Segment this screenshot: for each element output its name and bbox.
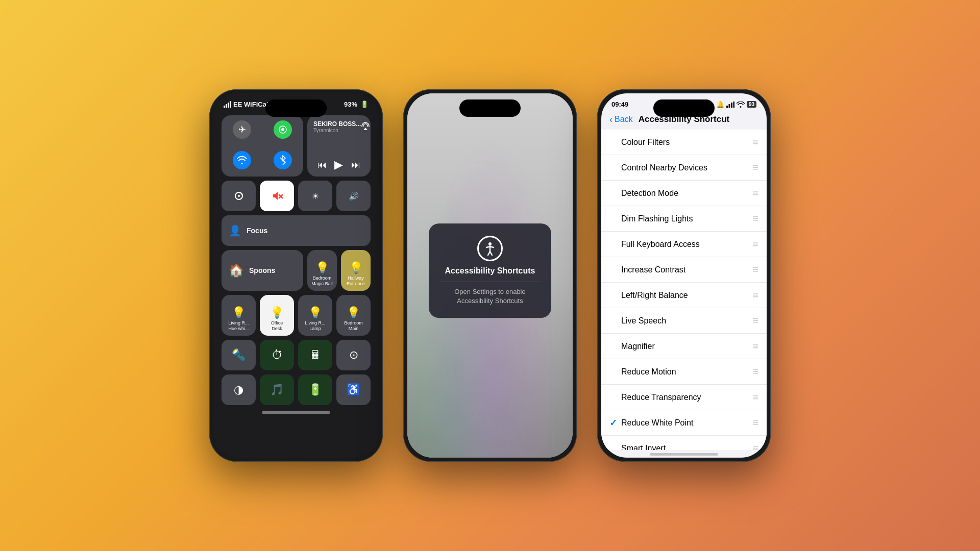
- settings-item-detection-mode[interactable]: ✓ Detection Mode ≡: [601, 181, 767, 206]
- phone-2-accessibility: Accessibility Shortcuts Open Settings to…: [403, 89, 577, 462]
- bluetooth-icon: [274, 151, 292, 169]
- bulb-icon-1: 💡: [315, 261, 329, 274]
- signal-bar: [226, 104, 227, 108]
- settings-item-increase-contrast[interactable]: ✓ Increase Contrast ≡: [601, 257, 767, 283]
- item-label-detection-mode: Detection Mode: [621, 189, 678, 198]
- reorder-icon: ≡: [752, 340, 758, 352]
- rotation-lock-btn[interactable]: [222, 181, 256, 211]
- living-lamp-label: Living R...Lamp: [305, 320, 325, 332]
- brightness-slider[interactable]: ☀: [298, 181, 332, 211]
- focus-btn[interactable]: 👤 Focus: [222, 215, 371, 246]
- item-left: ✓ Reduce White Point: [609, 417, 693, 429]
- settings-item-lr-balance[interactable]: ✓ Left/Right Balance ≡: [601, 283, 767, 308]
- mute-btn[interactable]: [260, 181, 294, 211]
- office-desk-btn[interactable]: 💡 OfficeDesk: [260, 295, 294, 336]
- item-left: ✓ Left/Right Balance: [609, 290, 688, 301]
- low-power-btn[interactable]: 🔋: [298, 374, 332, 405]
- rewind-btn[interactable]: ⏮: [317, 160, 327, 170]
- bedroom-magic-label: BedroomMagic Ball: [311, 276, 333, 287]
- living-hue-btn[interactable]: 💡 Living R...Hue whi...: [222, 295, 256, 336]
- popup-divider: [439, 282, 541, 282]
- item-left: ✓ Magnifier: [609, 341, 655, 352]
- volume-slider[interactable]: 🔊: [336, 181, 371, 211]
- settings-item-live-speech[interactable]: ✓ Live Speech ≡: [601, 308, 767, 334]
- svg-point-7: [488, 242, 492, 245]
- home-label: Spoons: [249, 266, 275, 274]
- item-left: ✓ Control Nearby Devices: [609, 162, 707, 173]
- settings-item-full-keyboard[interactable]: ✓ Full Keyboard Access ≡: [601, 232, 767, 257]
- svg-rect-11: [733, 102, 734, 108]
- dynamic-island-3: [653, 99, 715, 117]
- checkmark-reduce-white-point: ✓: [609, 417, 617, 429]
- item-left: ✓ Reduce Transparency: [609, 392, 701, 403]
- airplay-icon[interactable]: [361, 121, 370, 132]
- settings-screen: 09:49 🔔 93: [601, 93, 767, 458]
- shazam-btn[interactable]: 🎵: [260, 374, 294, 405]
- settings-item-reduce-transparency[interactable]: ✓ Reduce Transparency ≡: [601, 385, 767, 410]
- item-left: ✓ Reduce Motion: [609, 366, 676, 378]
- item-label-reduce-motion: Reduce Motion: [621, 367, 676, 377]
- living-lamp-btn[interactable]: 💡 Living R...Lamp: [298, 295, 332, 336]
- hallway-entrance-btn[interactable]: 💡 HallwayEntrance: [341, 250, 371, 291]
- cellular-btn[interactable]: [262, 115, 303, 146]
- settings-item-colour-filters[interactable]: ✓ Colour Filters ≡: [601, 130, 767, 155]
- airplane-mode-btn[interactable]: ✈: [222, 115, 262, 146]
- dark-mode-btn[interactable]: ◑: [222, 374, 256, 405]
- screen-record-btn[interactable]: ⊙: [336, 340, 371, 370]
- home-indicator-1: [262, 411, 330, 414]
- battery-percent: 93%: [344, 101, 357, 108]
- signal-bar: [224, 106, 225, 108]
- svg-rect-8: [726, 106, 728, 108]
- reorder-icon: ≡: [752, 289, 758, 301]
- bulb-icon-6: 💡: [347, 306, 360, 319]
- phone-1-control-center: EE WiFiCall 📶 93% 🔋 ✈: [209, 89, 383, 462]
- svg-rect-9: [728, 104, 730, 108]
- settings-item-reduce-motion[interactable]: ✓ Reduce Motion ≡: [601, 359, 767, 385]
- cc-row-1: ✈: [222, 115, 371, 177]
- accessibility-btn[interactable]: ♿: [336, 374, 371, 405]
- settings-list: ✓ Colour Filters ≡ ✓ Control Nearby Devi…: [601, 130, 767, 450]
- cc-grid: ✈: [213, 111, 379, 409]
- settings-item-magnifier[interactable]: ✓ Magnifier ≡: [601, 334, 767, 359]
- timer-btn[interactable]: ⏱: [260, 340, 294, 370]
- wifi-icon-btn: [233, 151, 251, 169]
- item-label-magnifier: Magnifier: [621, 342, 655, 351]
- settings-item-smart-invert[interactable]: ✓ Smart Invert ≡: [601, 436, 767, 450]
- reorder-icon: ≡: [752, 391, 758, 403]
- svg-point-4: [238, 195, 240, 197]
- cc-row-2: ☀ 🔊: [222, 181, 371, 211]
- connectivity-panel: ✈: [222, 115, 303, 177]
- reorder-icon: ≡: [752, 417, 758, 429]
- wifi-btn[interactable]: [222, 146, 262, 177]
- bluetooth-btn[interactable]: [262, 146, 303, 177]
- office-desk-label: OfficeDesk: [271, 320, 283, 332]
- calculator-btn[interactable]: 🖩: [298, 340, 332, 370]
- back-chevron-icon: ‹: [609, 114, 612, 125]
- item-label-reduce-transparency: Reduce Transparency: [621, 393, 701, 402]
- home-indicator-3: [650, 453, 718, 456]
- home-btn[interactable]: 🏠 Spoons: [222, 250, 303, 291]
- media-panel: SEKIRO BOSS... Tyrannicon: [307, 115, 371, 177]
- back-button[interactable]: ‹ Back: [609, 114, 633, 125]
- svg-point-1: [281, 128, 284, 131]
- item-label-dim-flashing: Dim Flashing Lights: [621, 214, 693, 223]
- media-text: SEKIRO BOSS... Tyrannicon: [313, 120, 361, 133]
- settings-item-control-nearby[interactable]: ✓ Control Nearby Devices ≡: [601, 155, 767, 181]
- focus-icon: 👤: [229, 224, 241, 237]
- fast-forward-btn[interactable]: ⏭: [351, 160, 360, 170]
- flashlight-btn[interactable]: 🔦: [222, 340, 256, 370]
- cc-row-4: 🏠 Spoons 💡 BedroomMagic Ball 💡 HallwayEn…: [222, 250, 371, 291]
- control-center-screen: EE WiFiCall 📶 93% 🔋 ✈: [213, 93, 379, 458]
- cellular-icon: [274, 120, 292, 139]
- item-label-colour-filters: Colour Filters: [621, 138, 670, 147]
- settings-item-dim-flashing[interactable]: ✓ Dim Flashing Lights ≡: [601, 206, 767, 232]
- bedroom-magic-ball-btn[interactable]: 💡 BedroomMagic Ball: [307, 250, 337, 291]
- cc-row-7: ◑ 🎵 🔋 ♿: [222, 374, 371, 405]
- item-left: ✓ Increase Contrast: [609, 264, 685, 276]
- settings-item-reduce-white-point[interactable]: ✓ Reduce White Point ≡: [601, 410, 767, 436]
- bedroom-main-btn[interactable]: 💡 BedroomMain: [336, 295, 371, 336]
- play-btn[interactable]: ▶: [334, 158, 343, 171]
- item-label-live-speech: Live Speech: [621, 316, 666, 325]
- reorder-icon: ≡: [752, 136, 758, 148]
- focus-label: Focus: [247, 227, 267, 235]
